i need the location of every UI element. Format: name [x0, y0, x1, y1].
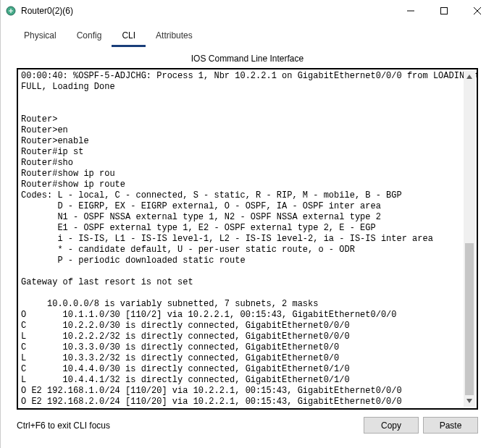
minimize-button[interactable] — [394, 0, 427, 22]
window-title: Router0(2)(6) — [21, 6, 73, 16]
tab-cli[interactable]: CLI — [112, 26, 146, 47]
cli-terminal[interactable]: 00:00:40: %OSPF-5-ADJCHG: Process 1, Nbr… — [17, 68, 478, 410]
close-button[interactable] — [461, 0, 494, 22]
scrollbar[interactable] — [464, 71, 475, 407]
cli-header: IOS Command Line Interface — [1, 48, 494, 68]
title-bar: Router0(2)(6) — [1, 0, 494, 22]
scroll-track[interactable] — [464, 83, 475, 395]
tab-physical[interactable]: Physical — [14, 26, 67, 47]
paste-button[interactable]: Paste — [423, 417, 478, 434]
tab-attributes[interactable]: Attributes — [146, 26, 203, 47]
scroll-thumb[interactable] — [465, 243, 474, 395]
copy-button[interactable]: Copy — [364, 417, 419, 434]
svg-rect-1 — [441, 8, 448, 14]
scroll-up-arrow[interactable] — [464, 71, 475, 83]
tab-bar: Physical Config CLI Attributes — [1, 26, 494, 48]
tab-config[interactable]: Config — [67, 26, 112, 47]
app-icon — [5, 5, 17, 17]
scroll-down-arrow[interactable] — [464, 395, 475, 407]
cli-focus-hint: Ctrl+F6 to exit CLI focus — [17, 420, 110, 431]
cli-output[interactable]: 00:00:40: %OSPF-5-ADJCHG: Process 1, Nbr… — [18, 69, 465, 410]
maximize-button[interactable] — [427, 0, 461, 22]
footer: Ctrl+F6 to exit CLI focus Copy Paste — [1, 410, 494, 434]
